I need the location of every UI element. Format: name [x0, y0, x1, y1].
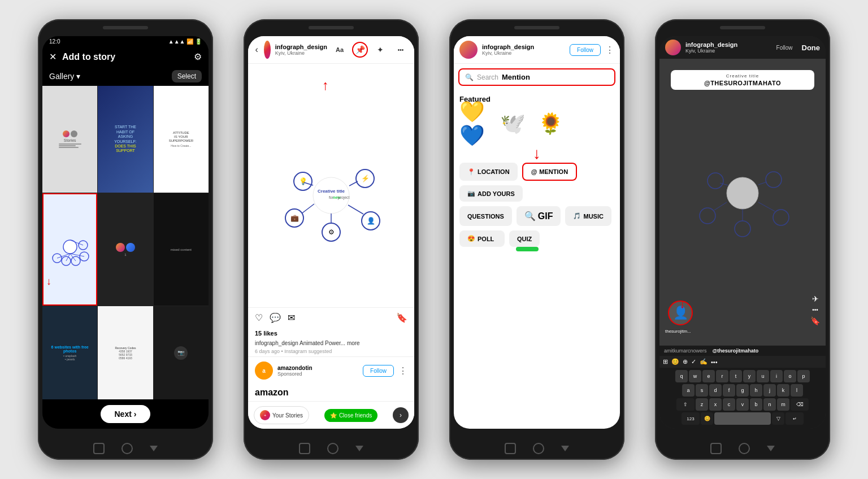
like-icon-2[interactable]: ♡: [255, 312, 263, 323]
autocomplete-2[interactable]: @thesurojitmahato: [713, 348, 759, 354]
grid-cell-9[interactable]: 📷: [154, 306, 209, 399]
kb-tool-check[interactable]: ✓: [691, 358, 696, 365]
grid-cell-3[interactable]: ATTITUDEIS YOURSUPERPOWER How to Create.…: [154, 86, 209, 193]
grid-cell-4-selected[interactable]: ↓: [42, 193, 97, 306]
next-story-btn[interactable]: ›: [393, 407, 409, 423]
nav-circle-3[interactable]: [533, 443, 544, 454]
follow-btn-4[interactable]: Follow: [776, 45, 793, 51]
close-friends-btn[interactable]: ⭐ Close friends: [324, 409, 377, 422]
key-n[interactable]: n: [763, 398, 776, 411]
key-p[interactable]: p: [797, 370, 810, 382]
key-x[interactable]: x: [709, 398, 722, 411]
nav-back-1[interactable]: [150, 446, 158, 451]
grid-cell-7[interactable]: 6 websites with free photos • unsplash• …: [42, 306, 97, 399]
key-s[interactable]: s: [696, 384, 708, 397]
grid-cell-8[interactable]: Recovery Codes 4358 19375652 97330586 41…: [98, 306, 153, 399]
key-m[interactable]: m: [777, 398, 789, 411]
select-button-1[interactable]: Select: [172, 70, 202, 82]
key-d[interactable]: d: [709, 384, 722, 397]
key-e[interactable]: e: [702, 370, 715, 382]
kb-tool-grid[interactable]: ⊞: [663, 358, 668, 365]
key-j[interactable]: j: [763, 384, 776, 397]
location-sticker[interactable]: 📍 LOCATION: [459, 163, 518, 181]
kb-tool-emoji[interactable]: 😊: [671, 358, 679, 365]
kb-tool-copy[interactable]: ⊕: [683, 358, 688, 365]
gallery-label-1[interactable]: Gallery ▾: [49, 72, 80, 81]
sticker-sunflower[interactable]: 🌻: [535, 108, 566, 139]
sticker-heart[interactable]: 💛💙: [459, 108, 491, 139]
key-w[interactable]: w: [689, 370, 701, 382]
mention-sticker-placed[interactable]: Creative title @THESUROJITMAHATO: [671, 70, 814, 90]
bookmark-icon-2[interactable]: 🔖: [396, 312, 407, 323]
key-g[interactable]: g: [736, 384, 749, 397]
more-icon-3[interactable]: ⋮: [605, 45, 614, 55]
key-q[interactable]: q: [675, 370, 688, 382]
key-v[interactable]: v: [736, 398, 749, 411]
search-sticker[interactable]: 🔍 GIF: [517, 206, 561, 226]
key-backspace[interactable]: ⌫: [791, 398, 809, 411]
bookmark-icon-4[interactable]: 🔖: [810, 316, 820, 325]
key-i[interactable]: i: [770, 370, 783, 382]
next-button[interactable]: Next ›: [101, 405, 150, 423]
key-a[interactable]: a: [682, 384, 695, 397]
nav-square-3[interactable]: [505, 443, 516, 454]
key-nav[interactable]: ▽: [772, 412, 784, 425]
nav-back-3[interactable]: [561, 446, 569, 451]
nav-back-4[interactable]: [767, 446, 775, 451]
done-button[interactable]: Done: [802, 43, 821, 52]
key-l[interactable]: l: [791, 384, 803, 397]
nav-circle-1[interactable]: [121, 443, 133, 454]
kb-tool-more[interactable]: •••: [711, 359, 718, 365]
key-y[interactable]: y: [743, 370, 756, 382]
nav-square-1[interactable]: [93, 443, 105, 454]
back-button-2[interactable]: ‹: [254, 42, 259, 58]
key-h[interactable]: h: [750, 384, 762, 397]
nav-circle-4[interactable]: [739, 443, 750, 454]
more-tool-btn[interactable]: •••: [393, 42, 409, 58]
nav-square-4[interactable]: [710, 443, 722, 454]
your-stories-btn[interactable]: + Your Stories: [254, 406, 309, 424]
grid-cell-6[interactable]: mixed content: [154, 193, 209, 306]
key-o[interactable]: o: [784, 370, 796, 382]
nav-circle-2[interactable]: [327, 443, 338, 454]
key-f[interactable]: f: [723, 384, 735, 397]
key-space[interactable]: [714, 412, 771, 425]
kb-tool-format[interactable]: ✍: [700, 358, 708, 365]
grid-cell-2[interactable]: START THEHABIT OFASKINGYOURSELF:DOES THI…: [98, 86, 153, 193]
nav-square-2[interactable]: [299, 443, 310, 454]
key-r[interactable]: r: [716, 370, 728, 382]
nav-back-2[interactable]: [355, 446, 363, 451]
key-shift[interactable]: ⇧: [676, 398, 695, 411]
follow-button-ad[interactable]: Follow: [363, 365, 394, 377]
settings-icon-1[interactable]: ⚙: [194, 51, 202, 62]
key-u[interactable]: u: [757, 370, 769, 382]
key-t[interactable]: t: [730, 370, 742, 382]
sticker-tool-btn[interactable]: 📌: [352, 42, 368, 58]
sticker-dove[interactable]: 🕊️: [497, 108, 528, 139]
search-mention-box[interactable]: 🔍 Search Mention: [458, 68, 615, 86]
grid-cell-1[interactable]: Stories: [42, 86, 97, 193]
text-tool-btn[interactable]: Aa: [332, 42, 348, 58]
more-icon-2[interactable]: ⋮: [398, 365, 407, 376]
addyours-sticker[interactable]: 📷 ADD YOURS: [459, 185, 523, 202]
quiz-sticker[interactable]: QUIZ: [509, 230, 540, 247]
autocomplete-1[interactable]: amitkumarcnowers: [664, 348, 707, 354]
key-c[interactable]: c: [723, 398, 735, 411]
questions-sticker[interactable]: QUESTIONS: [459, 206, 512, 226]
key-k[interactable]: k: [777, 384, 789, 397]
comment-icon-2[interactable]: 💬: [270, 312, 281, 323]
music-sticker[interactable]: 🎵 MUSIC: [565, 206, 611, 226]
close-icon-1[interactable]: ✕: [49, 51, 57, 62]
key-enter[interactable]: ↵: [785, 412, 804, 425]
grid-cell-5[interactable]: 1: [98, 193, 153, 306]
follow-btn-3[interactable]: Follow: [570, 44, 601, 56]
send-icon-4[interactable]: ✈: [812, 294, 819, 303]
poll-sticker[interactable]: 😍 POLL: [459, 230, 505, 247]
key-123[interactable]: 123: [682, 412, 700, 425]
key-b[interactable]: b: [750, 398, 762, 411]
share-icon-2[interactable]: ✉: [288, 312, 295, 323]
move-tool-btn[interactable]: ✦: [372, 42, 388, 58]
key-emoji[interactable]: 😊: [701, 412, 713, 425]
key-z[interactable]: z: [696, 398, 708, 411]
mention-sticker[interactable]: @ MENTION: [522, 163, 577, 181]
